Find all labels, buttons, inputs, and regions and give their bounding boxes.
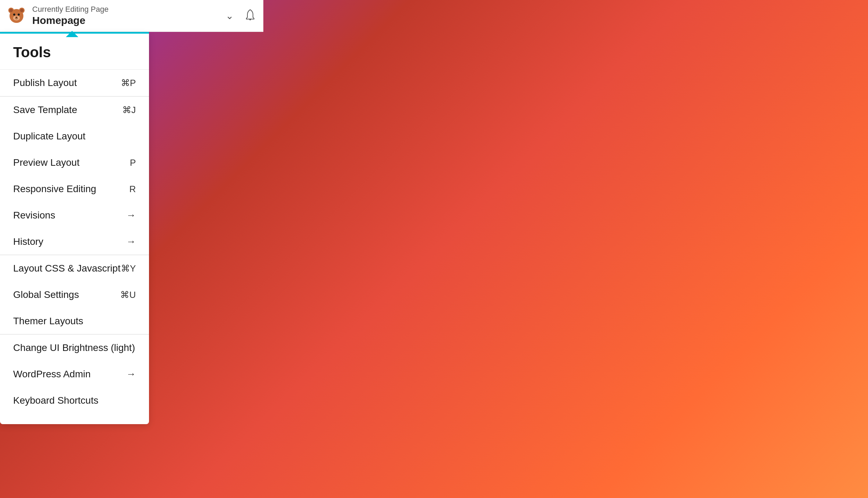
header-subtitle: Currently Editing Page (32, 5, 222, 14)
svg-point-3 (9, 9, 13, 12)
preview-layout-shortcut: P (130, 157, 136, 168)
header-chevron-icon[interactable]: ⌄ (226, 10, 234, 22)
tools-panel: Tools Publish Layout ⌘P Save Template ⌘J… (0, 34, 149, 424)
notification-bell-icon[interactable] (244, 8, 256, 24)
change-ui-brightness-label: Change UI Brightness (light) (13, 342, 135, 353)
themer-layouts-item[interactable]: Themer Layouts (0, 308, 149, 334)
responsive-editing-label: Responsive Editing (13, 183, 96, 195)
revisions-label: Revisions (13, 210, 55, 221)
layout-css-javascript-label: Layout CSS & Javascript (13, 263, 121, 274)
tools-panel-title: Tools (0, 41, 149, 69)
wordpress-admin-label: WordPress Admin (13, 369, 91, 380)
themer-layouts-label: Themer Layouts (13, 316, 83, 327)
preview-layout-item[interactable]: Preview Layout P (0, 149, 149, 176)
duplicate-layout-item[interactable]: Duplicate Layout (0, 123, 149, 149)
svg-point-8 (16, 17, 18, 18)
duplicate-layout-label: Duplicate Layout (13, 131, 86, 142)
change-ui-brightness-item[interactable]: Change UI Brightness (light) (0, 335, 149, 361)
save-template-item[interactable]: Save Template ⌘J (0, 97, 149, 123)
beaver-builder-logo[interactable] (7, 6, 26, 25)
history-arrow-icon: → (126, 236, 136, 247)
history-item[interactable]: History → (0, 229, 149, 255)
wordpress-admin-item[interactable]: WordPress Admin → (0, 361, 149, 387)
header-bar: Currently Editing Page Homepage ⌄ (0, 0, 263, 32)
svg-point-7 (18, 14, 20, 16)
layout-css-javascript-item[interactable]: Layout CSS & Javascript ⌘Y (0, 255, 149, 282)
publish-layout-shortcut: ⌘P (121, 78, 136, 88)
keyboard-shortcuts-label: Keyboard Shortcuts (13, 395, 98, 406)
svg-point-6 (13, 14, 15, 16)
svg-point-4 (20, 9, 24, 12)
layout-css-javascript-shortcut: ⌘Y (121, 263, 136, 274)
save-template-shortcut: ⌘J (122, 105, 136, 115)
save-template-label: Save Template (13, 104, 77, 115)
publish-layout-label: Publish Layout (13, 77, 77, 88)
wordpress-admin-arrow-icon: → (126, 369, 136, 380)
history-label: History (13, 236, 43, 247)
dropdown-pointer (66, 31, 78, 37)
preview-layout-label: Preview Layout (13, 157, 79, 168)
global-settings-label: Global Settings (13, 289, 79, 300)
publish-layout-item[interactable]: Publish Layout ⌘P (0, 70, 149, 96)
header-text-block: Currently Editing Page Homepage (32, 5, 222, 26)
layout-actions-section: Save Template ⌘J Duplicate Layout Previe… (0, 96, 149, 255)
revisions-item[interactable]: Revisions → (0, 202, 149, 229)
keyboard-shortcuts-item[interactable]: Keyboard Shortcuts (0, 387, 149, 414)
responsive-editing-shortcut: R (129, 184, 136, 195)
ui-section: Change UI Brightness (light) WordPress A… (0, 334, 149, 414)
global-settings-shortcut: ⌘U (120, 290, 136, 300)
revisions-arrow-icon: → (126, 210, 136, 221)
header-title: Homepage (32, 14, 222, 27)
responsive-editing-item[interactable]: Responsive Editing R (0, 176, 149, 202)
global-settings-item[interactable]: Global Settings ⌘U (0, 282, 149, 308)
svg-point-9 (249, 18, 251, 20)
publish-section: Publish Layout ⌘P (0, 69, 149, 96)
settings-section: Layout CSS & Javascript ⌘Y Global Settin… (0, 255, 149, 334)
